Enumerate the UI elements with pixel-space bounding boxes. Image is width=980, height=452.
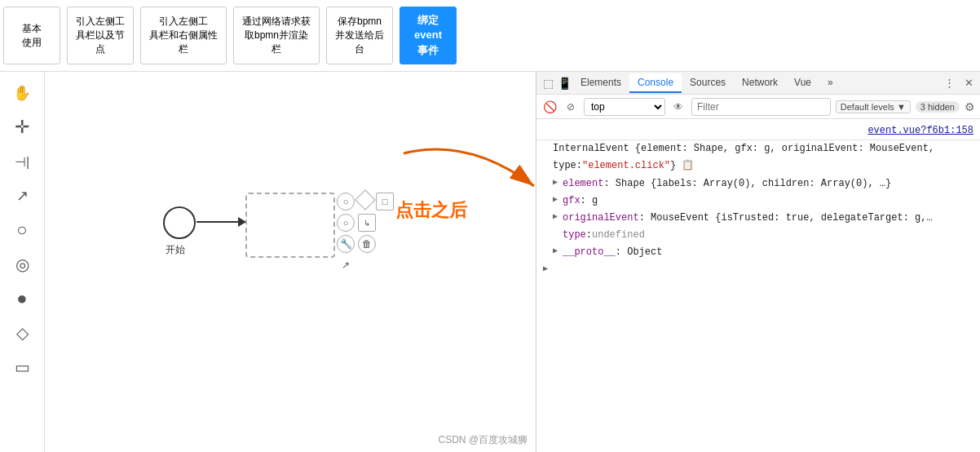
left-sidebar: ✋ ✛ ⊣| ↗ ○ ◎ ● ◇ ▭ [0,72,45,452]
devtools-right-icons: ⋮ ✕ [941,75,977,91]
expand-arrow-4[interactable]: ▶ [553,193,563,206]
eye-icon[interactable]: 👁 [670,99,686,115]
top-toolbar: 基本 使用 引入左侧工 具栏以及节 点 引入左侧工 具栏和右侧属性 栏 通过网络… [0,0,980,72]
console-line-6: type : undefined [536,227,980,244]
filter-icon[interactable]: ⊘ [563,99,579,115]
move-icon[interactable]: ✛ [7,113,37,142]
tab-more[interactable]: » [819,73,841,93]
toolbar-btn-bind-event[interactable]: 绑定 event 事件 [400,7,457,64]
console-line-5: ▶ originalEvent : MouseEvent {isTrusted:… [536,210,980,227]
devtools-toolbar: 🚫 ⊘ top 👁 Default levels ▼ 3 hidden ⚙ [536,95,980,119]
toolbar-btn-save-bpmn[interactable]: 保存bpmn 并发送给后 台 [326,7,393,64]
tab-vue[interactable]: Vue [786,73,819,93]
console-line-collapse: ▶ [536,262,980,277]
collapse-arrow[interactable]: ▶ [543,263,553,276]
devtools-inspect-icon[interactable]: ⬚ [540,75,556,91]
circle-empty-icon[interactable]: ○ [7,215,37,245]
tab-console[interactable]: Console [629,73,682,93]
console-text-2-suf: } 📋 [670,158,694,174]
console-line-4: ▶ gfx : g [536,193,980,210]
console-val-6: undefined [592,228,645,243]
hand-icon[interactable]: ✋ [7,78,37,108]
toolbar-btn-import-left[interactable]: 引入左侧工 具栏以及节 点 [67,7,134,64]
console-key-3: element [563,176,603,192]
bpmn-start-label: 开始 [166,243,185,257]
console-key-4: gfx [563,193,580,209]
clear-console-icon[interactable]: 🚫 [541,99,558,115]
console-colon-7: : Object [616,245,663,260]
watermark: CSDN @百度攻城狮 [438,433,528,447]
hidden-count-badge: 3 hidden [916,101,960,113]
circle-thick-icon[interactable]: ◎ [7,250,37,279]
rect-icon[interactable]: ▭ [7,352,37,382]
console-key-7: __proto__ [563,245,616,260]
devtools-more-icon[interactable]: ⋮ [941,75,957,91]
context-select[interactable]: top [584,98,665,116]
console-line-2: type: "element.click"} 📋 [536,157,980,175]
console-content: event.vue?f6b1:158 InternalEvent {elemen… [536,119,980,452]
expand-arrow-5[interactable]: ▶ [553,210,563,224]
diamond-icon[interactable]: ◇ [7,318,37,348]
console-filter-input[interactable] [691,98,831,116]
console-line-7: ▶ __proto__ : Object [536,244,980,261]
source-link[interactable]: event.vue?f6b1:158 [867,123,973,139]
console-line-3: ▶ element : Shape {labels: Array(0), chi… [536,175,980,193]
red-arrow-annotation [306,121,536,235]
settings-icon[interactable]: ⚙ [965,100,975,113]
tab-elements[interactable]: Elements [572,73,629,93]
console-line-1: InternalEvent {element: Shape, gfx: g, o… [536,140,980,157]
devtools-close-icon[interactable]: ✕ [960,75,977,91]
draw-icon[interactable]: ↗ [7,181,37,210]
devtools-panel: ⬚ 📱 Elements Console Sources Network Vue… [536,72,980,452]
console-colon-4: : g [580,193,598,209]
console-colon-5: : MouseEvent {isTrusted: true, delegateT… [639,210,933,226]
toolbar-btn-basic[interactable]: 基本 使用 [3,7,60,64]
console-text-1: InternalEvent {element: Shape, gfx: g, o… [553,141,934,157]
expand-arrow-3[interactable]: ▶ [553,176,563,189]
circle-full-icon[interactable]: ● [7,284,37,313]
canvas-area[interactable]: 开始 ○ □ ○ ↳ 🔧 🗑 ↗ 点击之后 [45,72,536,452]
ctx-wrench-icon[interactable]: 🔧 [337,235,355,253]
expand-arrow-7[interactable]: ▶ [553,245,563,258]
bpmn-sequence-flow [196,221,245,223]
context-row-3: 🔧 🗑 [337,235,394,253]
console-text-2-val: "element.click" [582,158,670,174]
console-colon-3: : Shape {labels: Array(0), children: Arr… [603,176,891,192]
tab-network[interactable]: Network [734,73,786,93]
ctx-resize-icon[interactable]: ↗ [337,256,355,274]
devtools-mobile-icon[interactable]: 📱 [556,75,572,91]
toolbar-btn-import-right[interactable]: 引入左侧工 具栏和右侧属性 栏 [140,7,227,64]
main-area: ✋ ✛ ⊣| ↗ ○ ◎ ● ◇ ▭ 开始 ○ □ ○ ↳ [0,72,980,452]
console-text-2-pre: type: [553,158,582,174]
console-key-5: originalEvent [563,210,639,226]
ctx-trash-icon[interactable]: 🗑 [358,235,376,253]
context-row-4: ↗ [337,256,394,274]
console-colon-6: : [586,228,592,243]
console-source-link-line: event.vue?f6b1:158 [536,122,980,140]
console-key-6: type [563,228,586,243]
toolbar-btn-network-bpmn[interactable]: 通过网络请求获 取bpmn并渲染 栏 [233,7,320,64]
default-levels-button[interactable]: Default levels ▼ [836,100,911,113]
devtools-tabs: ⬚ 📱 Elements Console Sources Network Vue… [536,72,980,95]
connect-icon[interactable]: ⊣| [7,147,37,176]
tab-sources[interactable]: Sources [682,73,734,93]
bpmn-start-event[interactable] [163,206,196,239]
